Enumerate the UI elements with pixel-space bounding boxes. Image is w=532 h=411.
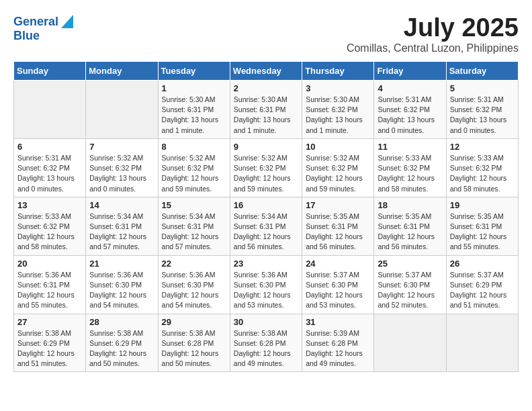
day-cell: 25Sunrise: 5:37 AMSunset: 6:30 PMDayligh…: [374, 255, 446, 314]
day-number: 16: [234, 200, 298, 210]
day-cell: 16Sunrise: 5:34 AMSunset: 6:31 PMDayligh…: [230, 197, 302, 255]
day-number: 13: [17, 200, 82, 210]
day-cell: 22Sunrise: 5:36 AMSunset: 6:30 PMDayligh…: [158, 255, 230, 314]
day-cell: 23Sunrise: 5:36 AMSunset: 6:30 PMDayligh…: [230, 255, 302, 314]
day-number: 25: [378, 259, 442, 269]
day-cell: 21Sunrise: 5:36 AMSunset: 6:30 PMDayligh…: [86, 255, 158, 314]
day-cell: [14, 81, 86, 139]
day-info: Sunrise: 5:32 AMSunset: 6:32 PMDaylight:…: [162, 153, 226, 194]
day-info: Sunrise: 5:31 AMSunset: 6:32 PMDaylight:…: [378, 95, 442, 136]
day-info: Sunrise: 5:34 AMSunset: 6:31 PMDaylight:…: [162, 212, 226, 253]
day-cell: 20Sunrise: 5:36 AMSunset: 6:31 PMDayligh…: [14, 255, 86, 314]
day-number: 5: [450, 83, 515, 93]
title-block: July 2025 Comillas, Central Luzon, Phili…: [347, 13, 519, 54]
day-cell: 11Sunrise: 5:33 AMSunset: 6:32 PMDayligh…: [374, 138, 446, 197]
logo: General Blue: [13, 13, 73, 42]
day-cell: 19Sunrise: 5:35 AMSunset: 6:31 PMDayligh…: [446, 197, 518, 255]
day-info: Sunrise: 5:31 AMSunset: 6:32 PMDaylight:…: [17, 153, 82, 194]
day-number: 7: [89, 142, 154, 152]
day-cell: 2Sunrise: 5:30 AMSunset: 6:31 PMDaylight…: [230, 81, 302, 139]
day-info: Sunrise: 5:33 AMSunset: 6:32 PMDaylight:…: [17, 212, 82, 253]
day-cell: 10Sunrise: 5:32 AMSunset: 6:32 PMDayligh…: [302, 138, 374, 197]
day-number: 4: [378, 83, 442, 93]
day-info: Sunrise: 5:32 AMSunset: 6:32 PMDaylight:…: [306, 153, 370, 194]
day-header-saturday: Saturday: [446, 62, 518, 81]
day-number: 26: [450, 259, 515, 269]
day-cell: [86, 81, 158, 139]
day-info: Sunrise: 5:39 AMSunset: 6:28 PMDaylight:…: [306, 328, 370, 369]
day-number: 23: [234, 259, 298, 269]
week-row-1: 1Sunrise: 5:30 AMSunset: 6:31 PMDaylight…: [14, 81, 519, 139]
day-info: Sunrise: 5:30 AMSunset: 6:31 PMDaylight:…: [234, 95, 298, 136]
svg-marker-0: [61, 15, 73, 28]
day-number: 24: [306, 259, 370, 269]
day-number: 1: [162, 83, 226, 93]
day-info: Sunrise: 5:31 AMSunset: 6:32 PMDaylight:…: [450, 95, 515, 136]
day-info: Sunrise: 5:35 AMSunset: 6:31 PMDaylight:…: [450, 212, 515, 253]
day-cell: 26Sunrise: 5:37 AMSunset: 6:29 PMDayligh…: [446, 255, 518, 314]
subtitle: Comillas, Central Luzon, Philippines: [347, 42, 519, 54]
day-header-thursday: Thursday: [302, 62, 374, 81]
day-info: Sunrise: 5:36 AMSunset: 6:30 PMDaylight:…: [89, 270, 154, 311]
day-number: 22: [162, 259, 226, 269]
page-header: General Blue July 2025 Comillas, Central…: [13, 13, 519, 54]
day-cell: 8Sunrise: 5:32 AMSunset: 6:32 PMDaylight…: [158, 138, 230, 197]
day-cell: 15Sunrise: 5:34 AMSunset: 6:31 PMDayligh…: [158, 197, 230, 255]
logo-text-line2: Blue: [13, 30, 40, 43]
day-info: Sunrise: 5:37 AMSunset: 6:30 PMDaylight:…: [306, 270, 370, 311]
day-cell: 13Sunrise: 5:33 AMSunset: 6:32 PMDayligh…: [14, 197, 86, 255]
day-number: 30: [234, 317, 298, 327]
week-row-3: 13Sunrise: 5:33 AMSunset: 6:32 PMDayligh…: [14, 197, 519, 255]
day-header-friday: Friday: [374, 62, 446, 81]
week-row-5: 27Sunrise: 5:38 AMSunset: 6:29 PMDayligh…: [14, 314, 519, 372]
day-info: Sunrise: 5:38 AMSunset: 6:29 PMDaylight:…: [89, 328, 154, 369]
day-info: Sunrise: 5:35 AMSunset: 6:31 PMDaylight:…: [306, 212, 370, 253]
main-title: July 2025: [347, 13, 519, 42]
day-cell: 31Sunrise: 5:39 AMSunset: 6:28 PMDayligh…: [302, 314, 374, 372]
day-cell: 28Sunrise: 5:38 AMSunset: 6:29 PMDayligh…: [86, 314, 158, 372]
day-info: Sunrise: 5:37 AMSunset: 6:29 PMDaylight:…: [450, 270, 515, 311]
day-cell: 5Sunrise: 5:31 AMSunset: 6:32 PMDaylight…: [446, 81, 518, 139]
day-cell: 6Sunrise: 5:31 AMSunset: 6:32 PMDaylight…: [14, 138, 86, 197]
days-header-row: SundayMondayTuesdayWednesdayThursdayFrid…: [14, 62, 519, 81]
day-cell: 29Sunrise: 5:38 AMSunset: 6:28 PMDayligh…: [158, 314, 230, 372]
day-info: Sunrise: 5:30 AMSunset: 6:31 PMDaylight:…: [162, 95, 226, 136]
day-number: 15: [162, 200, 226, 210]
day-number: 12: [450, 142, 515, 152]
day-cell: 30Sunrise: 5:38 AMSunset: 6:28 PMDayligh…: [230, 314, 302, 372]
logo-icon: [61, 15, 73, 28]
day-info: Sunrise: 5:35 AMSunset: 6:31 PMDaylight:…: [378, 212, 442, 253]
day-cell: 24Sunrise: 5:37 AMSunset: 6:30 PMDayligh…: [302, 255, 374, 314]
day-info: Sunrise: 5:34 AMSunset: 6:31 PMDaylight:…: [89, 212, 154, 253]
day-info: Sunrise: 5:38 AMSunset: 6:28 PMDaylight:…: [234, 328, 298, 369]
day-number: 27: [17, 317, 82, 327]
week-row-2: 6Sunrise: 5:31 AMSunset: 6:32 PMDaylight…: [14, 138, 519, 197]
day-info: Sunrise: 5:38 AMSunset: 6:28 PMDaylight:…: [162, 328, 226, 369]
day-info: Sunrise: 5:32 AMSunset: 6:32 PMDaylight:…: [234, 153, 298, 194]
day-info: Sunrise: 5:33 AMSunset: 6:32 PMDaylight:…: [378, 153, 442, 194]
day-cell: 3Sunrise: 5:30 AMSunset: 6:32 PMDaylight…: [302, 81, 374, 139]
day-info: Sunrise: 5:34 AMSunset: 6:31 PMDaylight:…: [234, 212, 298, 253]
day-number: 3: [306, 83, 370, 93]
day-cell: [446, 314, 518, 372]
day-number: 11: [378, 142, 442, 152]
day-number: 6: [17, 142, 82, 152]
day-header-tuesday: Tuesday: [158, 62, 230, 81]
day-cell: 27Sunrise: 5:38 AMSunset: 6:29 PMDayligh…: [14, 314, 86, 372]
day-info: Sunrise: 5:37 AMSunset: 6:30 PMDaylight:…: [378, 270, 442, 311]
day-cell: 9Sunrise: 5:32 AMSunset: 6:32 PMDaylight…: [230, 138, 302, 197]
day-info: Sunrise: 5:38 AMSunset: 6:29 PMDaylight:…: [17, 328, 82, 369]
logo-text-line1: General: [13, 15, 58, 29]
day-number: 2: [234, 83, 298, 93]
day-info: Sunrise: 5:36 AMSunset: 6:30 PMDaylight:…: [162, 270, 226, 311]
day-cell: 4Sunrise: 5:31 AMSunset: 6:32 PMDaylight…: [374, 81, 446, 139]
day-number: 19: [450, 200, 515, 210]
day-cell: 17Sunrise: 5:35 AMSunset: 6:31 PMDayligh…: [302, 197, 374, 255]
calendar-table: SundayMondayTuesdayWednesdayThursdayFrid…: [13, 61, 519, 372]
day-number: 9: [234, 142, 298, 152]
day-cell: 12Sunrise: 5:33 AMSunset: 6:32 PMDayligh…: [446, 138, 518, 197]
day-number: 28: [89, 317, 154, 327]
day-cell: 7Sunrise: 5:32 AMSunset: 6:32 PMDaylight…: [86, 138, 158, 197]
day-number: 18: [378, 200, 442, 210]
day-number: 21: [89, 259, 154, 269]
